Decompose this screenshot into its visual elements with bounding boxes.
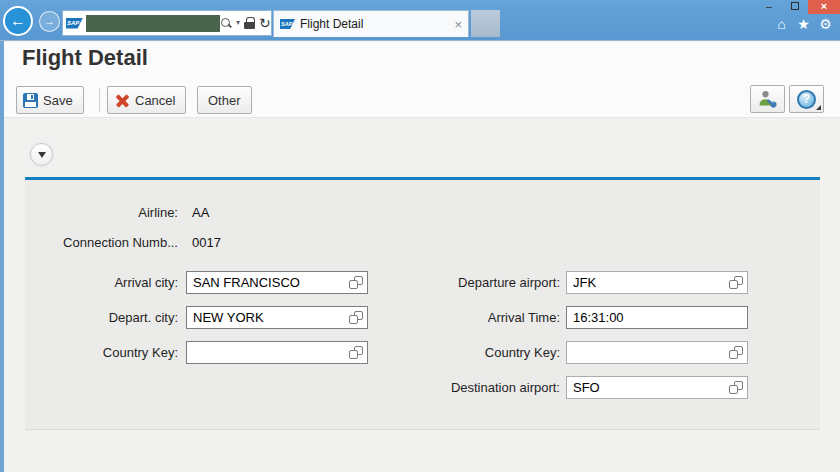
help-question-icon: ? bbox=[797, 90, 816, 109]
airline-label: Airline: bbox=[30, 205, 178, 220]
search-icon[interactable] bbox=[220, 17, 232, 29]
value-help-icon[interactable] bbox=[349, 276, 363, 289]
value-help-icon[interactable] bbox=[729, 381, 743, 394]
tab-favicon-icon: SAP bbox=[280, 19, 295, 29]
other-button[interactable]: Other bbox=[197, 86, 252, 114]
window-controls: – × bbox=[756, 0, 840, 14]
connection-number-label: Connection Numb... bbox=[30, 235, 178, 250]
country-key-right-label: Country Key: bbox=[415, 345, 560, 360]
arrival-time-label: Arrival Time: bbox=[415, 310, 560, 325]
browser-chrome: ← → SAP ▾ ↻ SAP Flight Detail × – × ⌂ ★ bbox=[0, 0, 840, 41]
toolbar-separator bbox=[99, 88, 100, 112]
country-key-right-input[interactable] bbox=[566, 341, 748, 364]
cancel-x-icon bbox=[115, 93, 130, 108]
back-button[interactable]: ← bbox=[3, 6, 33, 36]
arrival-time-input[interactable] bbox=[566, 306, 748, 329]
minimize-button[interactable]: – bbox=[756, 0, 782, 14]
save-floppy-icon bbox=[23, 93, 38, 108]
help-menu-corner-icon bbox=[816, 105, 821, 110]
departure-city-input[interactable] bbox=[186, 306, 368, 329]
refresh-icon[interactable]: ↻ bbox=[259, 16, 271, 30]
value-help-icon[interactable] bbox=[729, 276, 743, 289]
close-button[interactable]: × bbox=[808, 0, 840, 14]
arrival-city-field bbox=[186, 271, 368, 294]
arrival-city-label: Arrival city: bbox=[20, 275, 178, 290]
tab-close-icon[interactable]: × bbox=[454, 18, 462, 31]
country-key-left-input[interactable] bbox=[186, 341, 368, 364]
settings-gear-icon[interactable]: ⚙ bbox=[817, 15, 834, 33]
browser-window: ← → SAP ▾ ↻ SAP Flight Detail × – × ⌂ ★ bbox=[0, 0, 840, 472]
tab-title: Flight Detail bbox=[300, 17, 363, 31]
maximize-icon bbox=[791, 2, 799, 10]
connection-number-value: 0017 bbox=[192, 235, 221, 250]
favorites-star-icon[interactable]: ★ bbox=[795, 15, 812, 33]
country-key-left-label: Country Key: bbox=[20, 345, 178, 360]
arrival-city-input[interactable] bbox=[186, 271, 368, 294]
value-help-icon[interactable] bbox=[349, 311, 363, 324]
airline-value: AA bbox=[192, 205, 209, 220]
forward-button[interactable]: → bbox=[39, 11, 60, 32]
page-title: Flight Detail bbox=[22, 45, 148, 71]
home-icon[interactable]: ⌂ bbox=[773, 15, 790, 33]
departure-airport-field bbox=[566, 271, 748, 294]
search-dropdown-caret-icon[interactable]: ▾ bbox=[236, 19, 240, 27]
address-bar[interactable]: SAP ▾ ↻ bbox=[62, 10, 272, 36]
destination-airport-field bbox=[566, 376, 748, 399]
person-wrench-icon bbox=[757, 90, 778, 109]
arrival-time-field bbox=[566, 306, 748, 329]
help-button[interactable]: ? bbox=[789, 85, 824, 113]
cancel-button-label: Cancel bbox=[135, 93, 175, 108]
chevron-down-icon bbox=[38, 152, 46, 158]
lock-icon bbox=[244, 17, 255, 29]
country-key-right-field bbox=[566, 341, 748, 364]
browser-tab[interactable]: SAP Flight Detail × bbox=[273, 10, 469, 37]
url-redaction-block bbox=[86, 15, 220, 32]
departure-airport-input[interactable] bbox=[566, 271, 748, 294]
destination-airport-input[interactable] bbox=[566, 376, 748, 399]
country-key-left-field bbox=[186, 341, 368, 364]
new-tab-button[interactable] bbox=[471, 10, 500, 37]
sap-favicon-icon: SAP bbox=[66, 18, 83, 29]
save-button-label: Save bbox=[43, 93, 73, 108]
collapse-section-button[interactable] bbox=[30, 143, 53, 166]
departure-city-field bbox=[186, 306, 368, 329]
destination-airport-label: Destination airport: bbox=[415, 380, 560, 395]
value-help-icon[interactable] bbox=[349, 346, 363, 359]
save-button[interactable]: Save bbox=[16, 86, 84, 114]
value-help-icon[interactable] bbox=[729, 346, 743, 359]
maximize-button[interactable] bbox=[782, 0, 808, 14]
other-button-label: Other bbox=[208, 93, 241, 108]
address-bar-icons: ▾ ↻ bbox=[220, 16, 271, 30]
chrome-action-icons: ⌂ ★ ⚙ bbox=[773, 15, 834, 33]
cancel-button[interactable]: Cancel bbox=[107, 86, 186, 114]
departure-city-label: Depart. city: bbox=[20, 310, 178, 325]
departure-airport-label: Departure airport: bbox=[415, 275, 560, 290]
personalize-button[interactable] bbox=[750, 85, 785, 113]
